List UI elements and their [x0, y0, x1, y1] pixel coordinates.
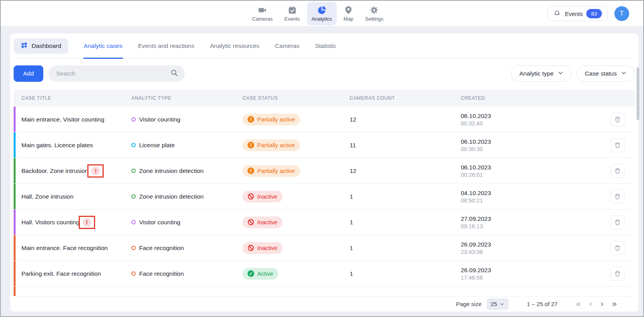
nav-item-map[interactable]: Map [339, 2, 358, 25]
cameras-count: 1 [350, 270, 353, 277]
analytic-type: License plate [139, 142, 175, 149]
delete-case-button[interactable] [610, 190, 625, 204]
created-time: 00:32:40 [461, 120, 491, 127]
tab-events-and-reactions[interactable]: Events and reactions [138, 33, 195, 58]
chevron-down-icon [500, 302, 504, 306]
status-label: Partially active [257, 142, 295, 148]
warning-icon: ! [248, 116, 254, 123]
next-page-button[interactable]: › [600, 299, 604, 308]
table-row[interactable]: Hall. Zone intrusion Zone intrusion dete… [14, 184, 635, 210]
delete-case-button[interactable] [610, 215, 625, 229]
tab-analytic-resources[interactable]: Analytic resources [210, 33, 260, 58]
nav-item-settings[interactable]: Settings [361, 2, 388, 25]
table-row[interactable]: Parking exit. Face recognition Face reco… [14, 261, 635, 287]
nav-item-analytics[interactable]: Analytics [307, 2, 336, 25]
created-date: 06.10.2023 [461, 138, 491, 145]
user-avatar[interactable]: T [614, 6, 629, 21]
row-color-bar [14, 210, 16, 235]
nav-label: Settings [365, 16, 384, 22]
section-tabs: Dashboard Analytic cases Events and reac… [14, 33, 635, 58]
trash-icon [614, 167, 621, 175]
check-icon: ✓ [248, 270, 254, 277]
case-title: Parking exit. Face recognition [21, 270, 101, 277]
delete-case-button[interactable] [610, 267, 625, 281]
camera-icon [258, 5, 267, 15]
delete-case-button[interactable] [610, 241, 625, 255]
table-row[interactable]: Backdoor. Zone intrusion ! Zone intrusio… [14, 158, 635, 184]
row-color-bar [14, 132, 16, 158]
search-box[interactable] [48, 65, 185, 82]
dashboard-grid-icon [21, 42, 28, 50]
prev-page-button[interactable]: ‹ [589, 299, 593, 308]
nav-item-events[interactable]: Events [280, 2, 305, 25]
status-label: Partially active [257, 116, 295, 123]
cameras-count: 1 [350, 193, 353, 200]
events-notifications-button[interactable]: Events 83 [547, 6, 607, 21]
case-status-filter[interactable]: Case status [577, 65, 635, 82]
cameras-count: 11 [350, 142, 356, 149]
cameras-count: 1 [350, 245, 353, 252]
trash-icon [614, 244, 621, 252]
table-row[interactable]: Main entrance. Visitor counting Visitor … [14, 107, 635, 132]
created-time: 17:46:56 [461, 275, 491, 281]
row-color-bar [14, 235, 16, 261]
alert-annotation-box: ! [79, 216, 95, 229]
created-time: 00:28:01 [461, 172, 491, 178]
vertical-scrollbar-thumb[interactable] [637, 67, 639, 120]
row-color-bar [14, 261, 16, 286]
status-badge: ! Partially active [242, 114, 300, 125]
table-row[interactable]: Hall. Visitors counting ! Visitor counti… [14, 210, 635, 235]
status-badge: Inactive [242, 191, 283, 203]
pie-chart-icon [317, 5, 326, 15]
column-header-analytic-type: ANALYTIC TYPE [131, 95, 242, 101]
row-color-bar [14, 184, 16, 209]
add-button[interactable]: Add [14, 65, 43, 82]
trash-icon [614, 193, 621, 201]
gear-icon [370, 5, 379, 15]
tab-analytic-cases[interactable]: Analytic cases [84, 33, 122, 58]
created-date: 26.09.2023 [461, 241, 491, 248]
first-page-button[interactable]: « [575, 299, 581, 308]
analytic-type: Face recognition [139, 270, 184, 277]
case-title: Main gates. Licence plates [21, 142, 93, 149]
analytic-type-filter[interactable]: Analytic type [511, 65, 572, 82]
main-nav: Cameras Events Ana [248, 1, 388, 26]
pagination-range: 1 – 25 of 27 [527, 301, 557, 307]
row-color-bar [14, 287, 16, 296]
content-card: Dashboard Analytic cases Events and reac… [10, 33, 639, 312]
created-date: 06.10.2023 [461, 164, 491, 171]
tab-dashboard[interactable]: Dashboard [14, 38, 68, 54]
page-size-label: Page size [456, 301, 482, 307]
case-title: Main entrance. Visitor counting [21, 116, 104, 123]
created-time: 00:30:30 [461, 146, 491, 152]
created-time: 23:43:06 [461, 249, 491, 255]
delete-case-button[interactable] [610, 113, 625, 127]
status-badge: ! Partially active [242, 139, 300, 151]
tab-cameras[interactable]: Cameras [275, 33, 299, 58]
created-time: 09:16:13 [461, 223, 491, 229]
nav-item-cameras[interactable]: Cameras [248, 2, 278, 25]
delete-case-button[interactable] [610, 164, 625, 178]
case-title: Hall. Visitors counting [21, 219, 80, 226]
warning-icon: ! [91, 167, 100, 175]
page-size-select[interactable]: 25 [487, 298, 509, 310]
cameras-count: 12 [350, 116, 356, 123]
warning-icon: ! [248, 142, 254, 148]
column-header-case-title: CASE TITLE [14, 95, 131, 101]
table-header: CASE TITLE ANALYTIC TYPE CASE STATUS CAM… [14, 90, 635, 107]
nav-label: Cameras [252, 16, 273, 22]
analytic-type-ring-icon [131, 246, 136, 250]
last-page-button[interactable]: » [612, 299, 617, 308]
table-row[interactable]: Main entrance. Face recognition Face rec… [14, 235, 635, 261]
created-date: 27.09.2023 [461, 215, 491, 222]
partially-visible-row[interactable] [14, 287, 635, 296]
table-row[interactable]: Main gates. Licence plates License plate… [14, 132, 635, 158]
blocked-icon [248, 193, 254, 200]
cameras-count: 1 [350, 219, 353, 226]
search-input[interactable] [56, 70, 170, 77]
tab-label: Dashboard [32, 42, 61, 49]
column-header-cameras-count: CAMERAS COUNT [350, 95, 461, 101]
delete-case-button[interactable] [610, 138, 625, 152]
tab-statistic[interactable]: Statistic [315, 33, 336, 58]
analytic-type: Zone intrusion detection [139, 167, 203, 174]
